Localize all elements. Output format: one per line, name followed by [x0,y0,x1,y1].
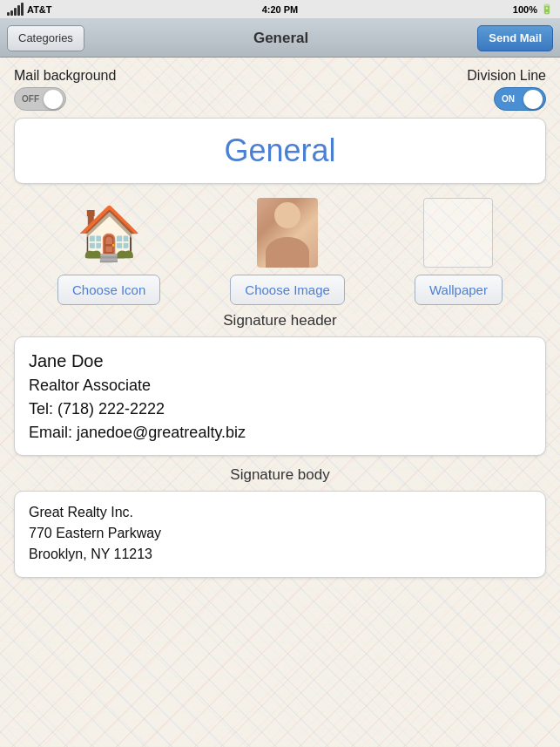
status-right: 100% 🔋 [513,3,553,15]
nav-bar: Categories General Send Mail [0,19,560,58]
battery-label: 100% [513,4,537,15]
send-mail-button[interactable]: Send Mail [477,25,553,51]
choose-image-button[interactable]: Choose Image [230,275,345,305]
choose-icon-button[interactable]: Choose Icon [57,275,160,305]
signature-body-label: Signature body [14,466,546,484]
body-line-1: Great Realty Inc. [29,502,531,523]
sig-line-1: Jane Doe [29,348,531,374]
toggle-off-text: OFF [22,94,39,104]
mail-background-toggle[interactable]: OFF [14,87,66,111]
body-line-3: Brooklyn, NY 11213 [29,544,531,565]
title-card-text: General [224,132,335,168]
battery-icon: 🔋 [541,3,553,15]
toggle-row: Mail background OFF Division Line ON [14,68,546,111]
back-button[interactable]: Categories [7,25,84,51]
icon-slot: 🏠 Choose Icon [57,198,160,305]
house-icon: 🏠 [77,202,142,264]
person-image [257,198,318,268]
signature-header-label: Signature header [14,312,546,329]
mail-background-label: Mail background [14,68,116,84]
carrier-label: AT&T [27,4,52,15]
icon-preview: 🏠 [65,198,152,268]
signal-bars [7,3,24,16]
status-time: 4:20 PM [262,4,299,15]
wallpaper-button[interactable]: Wallpaper [415,275,503,305]
division-line-toggle[interactable]: ON [494,87,546,111]
division-line-label: Division Line [467,68,546,84]
sig-line-4: Email: janedoe@greatrealty.biz [29,421,531,445]
division-line-group: Division Line ON [467,68,546,111]
status-bar: AT&T 4:20 PM 100% 🔋 [0,0,560,19]
sig-line-2: Realtor Associate [29,374,531,397]
title-card: General [14,118,546,184]
nav-title: General [253,30,308,47]
mail-background-group: Mail background OFF [14,68,116,111]
wallpaper-preview [415,198,502,268]
signature-body-card: Great Realty Inc. 770 Eastern Parkway Br… [14,491,546,578]
sig-line-3: Tel: (718) 222-2222 [29,397,531,421]
image-slot: Choose Image [230,198,345,305]
body-line-2: 770 Eastern Parkway [29,523,531,544]
image-row: 🏠 Choose Icon Choose Image Wallpaper [14,198,546,305]
signature-header-card: Jane Doe Realtor Associate Tel: (718) 22… [14,336,546,456]
toggle-on-text: ON [502,94,515,104]
status-left: AT&T [7,3,52,16]
person-preview [244,198,331,268]
main-content: Mail background OFF Division Line ON Gen… [0,58,560,599]
wallpaper-slot: Wallpaper [415,198,503,305]
wallpaper-thumbnail [423,198,493,268]
